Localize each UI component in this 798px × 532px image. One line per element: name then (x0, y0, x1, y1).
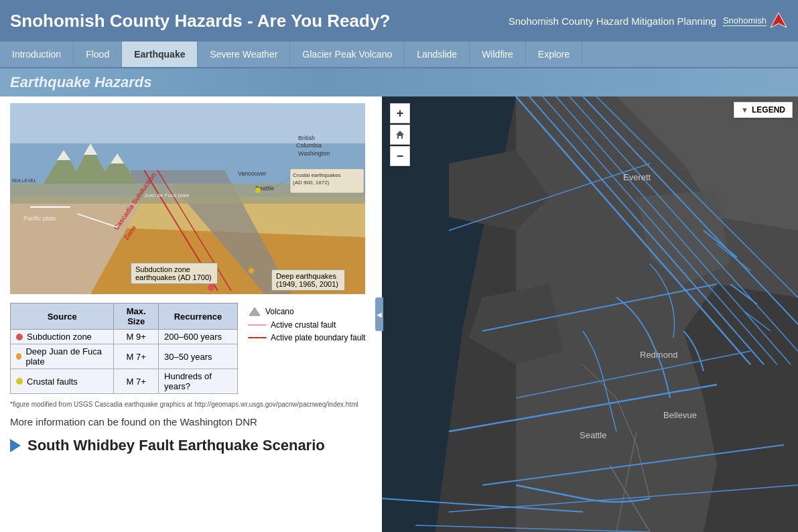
map-key-legend: Volcano Active crustal fault Active plat… (248, 306, 365, 346)
header-subtitle: Snohomish County Hazard Mitigation Plann… (509, 15, 716, 27)
table-cell-maxsize-2: M 7+ (114, 344, 159, 369)
page-header-bar: Earthquake Hazards (0, 68, 798, 96)
south-whidbey-section: South Whidbey Fault Earthquake Scenario (10, 437, 372, 454)
table-legend-row: Source Max. Size Recurrence Subduction z… (10, 303, 372, 397)
app-header: Snohomish County Hazards - Are You Ready… (0, 0, 798, 42)
tab-flood[interactable]: Flood (74, 42, 122, 67)
legend-label-crustal-fault: Active crustal fault (271, 320, 336, 330)
map-panel: Everett Redmond Bellevue Seattle + − ▼ L… (382, 96, 798, 532)
more-info-text: More information can be found on the Was… (10, 416, 257, 427)
col-max-size: Max. Size (114, 304, 159, 330)
more-info-section: More information can be found on the Was… (10, 416, 372, 427)
plate-boundary-fault-line-icon (248, 337, 267, 338)
svg-text:Crustal earthquakes: Crustal earthquakes (293, 172, 341, 178)
map-legend-label: LEGEND (752, 105, 785, 115)
table-cell-recurrence-2: 30–50 years (159, 344, 238, 369)
svg-text:Washington: Washington (298, 150, 330, 157)
app-title: Snohomish County Hazards - Are You Ready… (10, 11, 390, 31)
deep-earthquakes-callout: Deep earthquakes (1949, 1965, 2001) (271, 269, 345, 291)
snohomish-logo[interactable]: Snohomish (723, 11, 788, 30)
legend-label-volcano: Volcano (265, 307, 294, 316)
nav-tabs: Introduction Flood Earthquake Severe Wea… (0, 42, 798, 68)
table-cell-recurrence-3: Hundreds of years? (159, 369, 238, 394)
svg-text:Redmond: Redmond (640, 350, 677, 360)
map-legend-panel[interactable]: ▼ LEGEND (734, 102, 793, 118)
south-whidbey-title: South Whidbey Fault Earthquake Scenario (10, 437, 372, 454)
svg-text:Bellevue: Bellevue (663, 410, 697, 420)
table-row: Crustal faults M 7+ Hundreds of years? (11, 369, 238, 394)
table-cell-recurrence-1: 200–600 years (159, 330, 238, 344)
svg-marker-0 (771, 13, 787, 27)
svg-point-36 (255, 188, 261, 193)
left-panel: Cascadia Subduction Zone Pacific plate J… (0, 96, 382, 532)
tab-landslide[interactable]: Landslide (405, 42, 470, 67)
map-background: Everett Redmond Bellevue Seattle (382, 96, 798, 532)
map-controls: + − (390, 103, 410, 166)
volcano-legend-icon (248, 306, 261, 317)
table-cell-maxsize-1: M 9+ (114, 330, 159, 344)
collapse-icon: ◀ (377, 311, 382, 318)
table-cell-source-3: Crustal faults (11, 369, 114, 394)
south-whidbey-label: South Whidbey Fault Earthquake Scenario (27, 437, 325, 454)
earthquake-diagram: Cascadia Subduction Zone Pacific plate J… (10, 103, 365, 297)
svg-marker-37 (249, 308, 260, 316)
legend-label-plate-fault: Active plate boundary fault (271, 333, 365, 342)
logo-arrow-icon (769, 11, 788, 30)
zoom-in-button[interactable]: + (390, 103, 410, 123)
main-content: Cascadia Subduction Zone Pacific plate J… (0, 96, 798, 532)
svg-text:Columbia: Columbia (296, 142, 322, 149)
collapse-handle[interactable]: ◀ (375, 297, 383, 331)
svg-point-35 (249, 268, 254, 273)
svg-text:British: British (298, 135, 315, 141)
svg-text:Vancouver: Vancouver (238, 170, 266, 177)
tab-glacier-peak-volcano[interactable]: Glacier Peak Volcano (290, 42, 405, 67)
table-row: Subduction zone M 9+ 200–600 years (11, 330, 238, 344)
table-cell-maxsize-3: M 7+ (114, 369, 159, 394)
zoom-home-button[interactable] (390, 125, 410, 145)
svg-point-34 (208, 284, 214, 291)
tab-wildfire[interactable]: Wildfire (470, 42, 526, 67)
svg-text:Pacific plate: Pacific plate (23, 215, 56, 222)
hazard-table: Source Max. Size Recurrence Subduction z… (10, 303, 238, 394)
red-dot-icon (16, 334, 23, 340)
zoom-out-button[interactable]: − (390, 146, 410, 166)
tab-severe-weather[interactable]: Severe Weather (198, 42, 290, 67)
page-title: Earthquake Hazards (10, 74, 152, 91)
col-source: Source (11, 304, 114, 330)
tab-introduction[interactable]: Introduction (0, 42, 74, 67)
orange-dot-icon (16, 353, 21, 360)
tab-explore[interactable]: Explore (526, 42, 582, 67)
svg-text:Juan de Fuca plate: Juan de Fuca plate (144, 192, 190, 198)
header-right: Snohomish County Hazard Mitigation Plann… (509, 11, 788, 30)
svg-text:SEA LEVEL: SEA LEVEL (11, 178, 36, 183)
table-cell-source-2: Deep Juan de Fuca plate (11, 344, 114, 369)
svg-text:(AD 900, 1872): (AD 900, 1872) (293, 180, 330, 186)
svg-text:Seattle: Seattle (580, 430, 606, 440)
legend-item-volcano: Volcano (248, 306, 365, 317)
home-icon (395, 129, 405, 140)
blue-triangle-icon (10, 439, 21, 452)
legend-chevron-icon: ▼ (741, 106, 748, 114)
yellow-dot-icon (16, 378, 23, 385)
svg-marker-65 (396, 131, 404, 139)
subduction-callout: Subduction zone earthquakes (AD 1700) (131, 263, 218, 284)
legend-item-crustal-fault: Active crustal fault (248, 320, 365, 330)
table-row: Deep Juan de Fuca plate M 7+ 30–50 years (11, 344, 238, 369)
table-cell-source-1: Subduction zone (11, 330, 114, 344)
footnote-text: *figure modified from USGS Cascadia eart… (10, 401, 372, 408)
legend-item-plate-fault: Active plate boundary fault (248, 333, 365, 342)
tab-earthquake[interactable]: Earthquake (122, 42, 198, 67)
logo-text: Snohomish (723, 15, 767, 26)
col-recurrence: Recurrence (159, 304, 238, 330)
crustal-fault-line-icon (248, 324, 267, 326)
svg-text:Everett: Everett (623, 172, 651, 182)
